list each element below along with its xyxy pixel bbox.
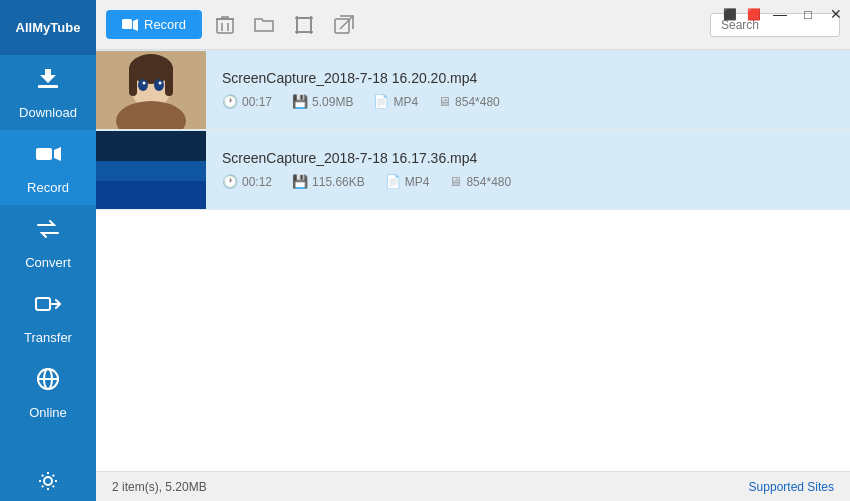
record-button[interactable]: Record: [106, 10, 202, 39]
statusbar: 2 item(s), 5.20MB Supported Sites: [96, 471, 850, 501]
main-area: Record: [96, 0, 850, 501]
format-1: 📄 MP4: [373, 94, 418, 109]
resolution-1: 🖥 854*480: [438, 94, 500, 109]
file-meta-1: 🕐 00:17 💾 5.09MB 📄 MP4 🖥 854*480: [222, 94, 834, 109]
sidebar-item-transfer-label: Transfer: [24, 330, 72, 345]
file-info-1: ScreenCapture_2018-7-18 16.20.20.mp4 🕐 0…: [206, 58, 850, 121]
item-count: 2 item(s), 5.20MB: [112, 480, 207, 494]
clock-icon-2: 🕐: [222, 174, 238, 189]
svg-point-31: [159, 81, 162, 84]
svg-point-30: [143, 81, 146, 84]
svg-rect-9: [122, 19, 132, 29]
resolution-2: 🖥 854*480: [449, 174, 511, 189]
svg-rect-2: [36, 148, 52, 160]
app-logo: AllMyTube: [0, 0, 96, 55]
svg-marker-1: [40, 69, 56, 83]
folder-button[interactable]: [248, 11, 280, 39]
duration-2: 🕐 00:12: [222, 174, 272, 189]
settings-button[interactable]: [0, 461, 96, 501]
record-icon: [34, 140, 62, 174]
svg-rect-0: [38, 85, 58, 88]
svg-marker-3: [54, 147, 61, 161]
app-icon1: ⬛: [718, 0, 742, 28]
online-icon: [34, 365, 62, 399]
svg-point-8: [44, 477, 52, 485]
svg-rect-11: [217, 19, 233, 33]
size-icon-1: 💾: [292, 94, 308, 109]
download-icon: [34, 65, 62, 99]
close-button[interactable]: ✕: [822, 0, 850, 28]
transfer-icon: [34, 290, 62, 324]
app-icon2: 🟥: [742, 0, 766, 28]
svg-rect-34: [96, 181, 206, 209]
thumbnail-1: [96, 51, 206, 129]
convert-icon: [34, 215, 62, 249]
format-icon-2: 📄: [385, 174, 401, 189]
sidebar-item-convert-label: Convert: [25, 255, 71, 270]
svg-marker-10: [133, 19, 138, 31]
minimize-button[interactable]: —: [766, 0, 794, 28]
sidebar-item-download[interactable]: Download: [0, 55, 96, 130]
sidebar-item-convert[interactable]: Convert: [0, 205, 96, 280]
resolution-icon-2: 🖥: [449, 174, 462, 189]
maximize-button[interactable]: □: [794, 0, 822, 28]
resolution-icon-1: 🖥: [438, 94, 451, 109]
file-name-2: ScreenCapture_2018-7-18 16.17.36.mp4: [222, 150, 834, 166]
format-icon-1: 📄: [373, 94, 389, 109]
svg-point-29: [154, 79, 164, 91]
table-row[interactable]: ScreenCapture_2018-7-18 16.17.36.mp4 🕐 0…: [96, 130, 850, 210]
svg-rect-4: [36, 298, 50, 310]
table-row[interactable]: ScreenCapture_2018-7-18 16.20.20.mp4 🕐 0…: [96, 50, 850, 130]
clock-icon-1: 🕐: [222, 94, 238, 109]
svg-line-21: [340, 16, 353, 29]
export-button[interactable]: [328, 9, 360, 41]
svg-rect-26: [129, 66, 137, 96]
size-2: 💾 115.66KB: [292, 174, 365, 189]
content-area: ScreenCapture_2018-7-18 16.20.20.mp4 🕐 0…: [96, 50, 850, 471]
sidebar-item-transfer[interactable]: Transfer: [0, 280, 96, 355]
duration-1: 🕐 00:17: [222, 94, 272, 109]
size-1: 💾 5.09MB: [292, 94, 353, 109]
format-2: 📄 MP4: [385, 174, 430, 189]
svg-rect-27: [165, 66, 173, 96]
sidebar-item-download-label: Download: [19, 105, 77, 120]
supported-sites-link[interactable]: Supported Sites: [749, 480, 834, 494]
sidebar: AllMyTube Download Record Convert: [0, 0, 96, 501]
sidebar-item-online[interactable]: Online: [0, 355, 96, 430]
svg-point-28: [138, 79, 148, 91]
thumbnail-2: [96, 131, 206, 209]
svg-rect-15: [297, 18, 311, 32]
crop-button[interactable]: [288, 9, 320, 41]
file-name-1: ScreenCapture_2018-7-18 16.20.20.mp4: [222, 70, 834, 86]
size-icon-2: 💾: [292, 174, 308, 189]
file-meta-2: 🕐 00:12 💾 115.66KB 📄 MP4 🖥 854*480: [222, 174, 834, 189]
sidebar-item-record-label: Record: [27, 180, 69, 195]
sidebar-item-record[interactable]: Record: [0, 130, 96, 205]
delete-button[interactable]: [210, 9, 240, 41]
sidebar-item-online-label: Online: [29, 405, 67, 420]
file-info-2: ScreenCapture_2018-7-18 16.17.36.mp4 🕐 0…: [206, 138, 850, 201]
